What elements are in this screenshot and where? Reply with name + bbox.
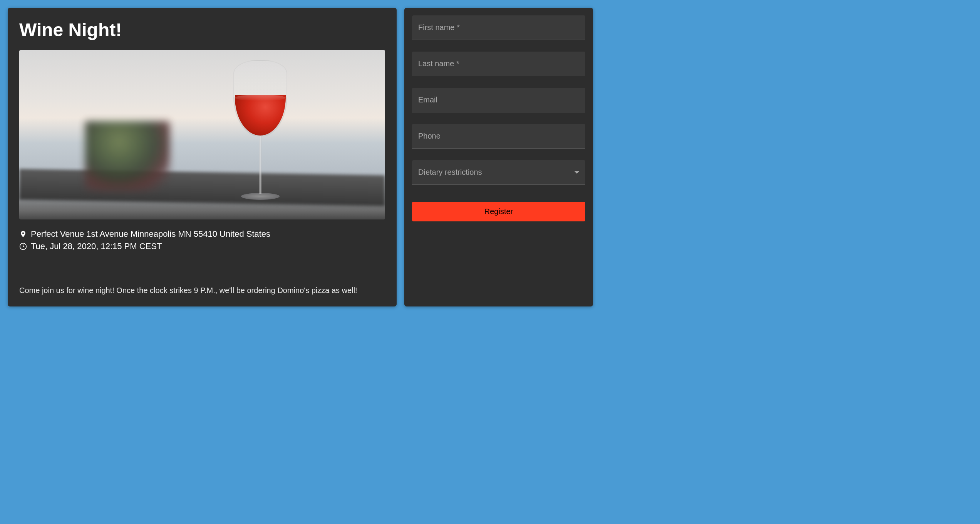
email-field[interactable] <box>412 88 585 112</box>
dietary-restrictions-select[interactable] <box>412 160 585 185</box>
event-description: Come join us for wine night! Once the cl… <box>19 286 385 295</box>
event-hero-image <box>19 50 385 219</box>
clock-icon <box>19 243 27 250</box>
image-background-plant <box>85 121 170 191</box>
datetime-row: Tue, Jul 28, 2020, 12:15 PM CEST <box>19 241 385 251</box>
last-name-field[interactable] <box>412 52 585 76</box>
event-location: Perfect Venue 1st Avenue Minneapolis MN … <box>31 229 270 239</box>
event-title: Wine Night! <box>19 19 385 40</box>
event-datetime: Tue, Jul 28, 2020, 12:15 PM CEST <box>31 241 162 251</box>
phone-field[interactable] <box>412 124 585 149</box>
page-layout: Wine Night! Perfect Venue 1st Avenue Min… <box>8 8 593 306</box>
first-name-field[interactable] <box>412 15 585 40</box>
registration-form-card: Register <box>404 8 593 306</box>
event-details-card: Wine Night! Perfect Venue 1st Avenue Min… <box>8 8 397 306</box>
image-wine-glass <box>231 60 289 214</box>
dietary-select-wrap <box>412 160 585 185</box>
register-button[interactable]: Register <box>412 202 585 221</box>
location-row: Perfect Venue 1st Avenue Minneapolis MN … <box>19 229 385 239</box>
location-pin-icon <box>19 230 27 238</box>
image-background-railing <box>19 169 385 206</box>
